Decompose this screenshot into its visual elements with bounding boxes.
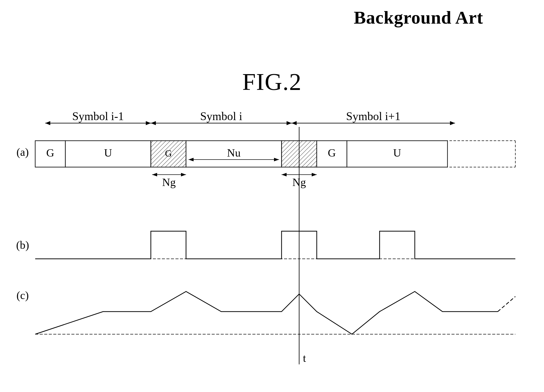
cell-g-hatch1: G bbox=[165, 148, 172, 159]
cell-g1: G bbox=[46, 147, 54, 159]
cell-u3: U bbox=[393, 147, 401, 159]
symbol-next-label: Symbol i+1 bbox=[346, 110, 400, 123]
svg-marker-29 bbox=[312, 173, 317, 176]
svg-marker-2 bbox=[146, 121, 151, 125]
row-a-label: (a) bbox=[17, 146, 29, 158]
time-label: t bbox=[303, 352, 306, 364]
svg-marker-8 bbox=[450, 121, 455, 125]
cell-g3: G bbox=[328, 147, 336, 159]
symbol-curr-label: Symbol i bbox=[200, 110, 242, 123]
figure-title: FIG.2 bbox=[242, 68, 302, 96]
cell-nu: Nu bbox=[227, 147, 241, 159]
background-art-title: Background Art bbox=[354, 7, 483, 28]
svg-marker-4 bbox=[151, 121, 156, 125]
diagram: Symbol i-1 Symbol i Symbol i+1 (a) G U G bbox=[15, 108, 533, 372]
svg-marker-26 bbox=[181, 173, 186, 176]
svg-marker-1 bbox=[45, 121, 50, 125]
svg-marker-7 bbox=[292, 121, 297, 125]
svg-marker-5 bbox=[287, 121, 292, 125]
symbol-prev-label: Symbol i-1 bbox=[72, 110, 124, 123]
svg-marker-28 bbox=[282, 173, 287, 176]
row-b-label: (b) bbox=[16, 239, 29, 251]
row-c-label: (c) bbox=[17, 289, 29, 302]
ng-label-left: Ng bbox=[162, 176, 176, 188]
svg-marker-25 bbox=[152, 173, 157, 176]
svg-line-33 bbox=[498, 297, 515, 312]
cell-u1: U bbox=[104, 147, 112, 159]
